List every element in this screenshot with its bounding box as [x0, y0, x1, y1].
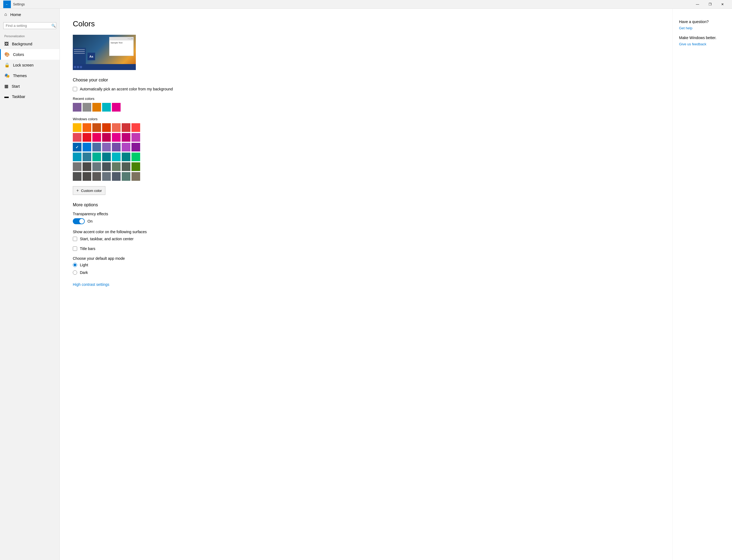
windows-color-swatch[interactable] [102, 133, 111, 142]
sidebar-item-colors[interactable]: 🎨 Colors [0, 49, 59, 60]
radio-dark-row: Dark [73, 270, 659, 275]
give-feedback-link[interactable]: Give us feedback [679, 42, 725, 46]
recent-color-swatch[interactable] [92, 103, 101, 112]
search-box[interactable]: 🔍 [3, 22, 56, 29]
transparency-toggle[interactable] [73, 218, 85, 224]
recent-color-swatch[interactable] [112, 103, 121, 112]
sidebar-item-lock-screen[interactable]: 🔒 Lock screen [0, 60, 59, 70]
preview-window-titlebar: ─ □ ✕ [109, 37, 133, 40]
preview-line [74, 49, 85, 50]
windows-color-swatch[interactable] [122, 143, 130, 151]
auto-color-row: Automatically pick an accent color from … [73, 87, 659, 91]
sidebar-item-themes[interactable]: 🎭 Themes [0, 70, 59, 81]
recent-color-swatch[interactable] [83, 103, 91, 112]
preview-window-controls: ─ □ ✕ [128, 38, 133, 40]
windows-color-swatch[interactable] [102, 172, 111, 181]
windows-color-swatch[interactable] [122, 123, 130, 132]
preview-window-content: Sample Text [109, 40, 133, 45]
recent-color-swatch[interactable] [73, 103, 81, 112]
windows-color-swatch[interactable] [83, 123, 91, 132]
radio-light-label[interactable]: Light [80, 263, 88, 267]
windows-color-swatch[interactable] [92, 162, 101, 171]
windows-color-swatch[interactable] [112, 133, 121, 142]
back-button[interactable]: ← [3, 1, 11, 8]
radio-dark-label[interactable]: Dark [80, 270, 88, 275]
windows-color-swatch[interactable] [73, 143, 81, 151]
windows-color-swatch[interactable] [102, 123, 111, 132]
recent-color-swatch[interactable] [102, 103, 111, 112]
have-question-heading: Have a question? [679, 20, 725, 24]
preview-line2 [74, 51, 85, 52]
preview-sample-text: Sample Text [110, 42, 122, 44]
windows-color-swatch[interactable] [92, 133, 101, 142]
windows-color-swatch[interactable] [122, 153, 130, 161]
radio-dark[interactable] [73, 270, 77, 275]
windows-color-swatch[interactable] [112, 162, 121, 171]
surface-checkbox-2[interactable] [73, 246, 77, 251]
right-sidebar: Have a question? Get help Make Windows b… [672, 9, 732, 560]
restore-button[interactable]: ❐ [704, 0, 716, 9]
windows-color-swatch[interactable] [112, 123, 121, 132]
windows-color-swatch[interactable] [83, 143, 91, 151]
windows-color-swatch[interactable] [131, 143, 140, 151]
windows-color-swatch[interactable] [92, 143, 101, 151]
windows-color-swatch[interactable] [131, 162, 140, 171]
sidebar-item-taskbar[interactable]: ▬ Taskbar [0, 91, 59, 102]
windows-color-swatch[interactable] [83, 133, 91, 142]
windows-color-swatch[interactable] [83, 172, 91, 181]
windows-color-swatch[interactable] [122, 162, 130, 171]
search-input[interactable] [6, 24, 51, 28]
windows-color-swatch[interactable] [131, 172, 140, 181]
windows-color-swatch[interactable] [131, 133, 140, 142]
minimize-button[interactable]: — [691, 0, 704, 9]
windows-color-swatch[interactable] [73, 133, 81, 142]
surface-checkbox-1[interactable] [73, 237, 77, 241]
windows-color-swatch[interactable] [131, 123, 140, 132]
windows-colors-label: Windows colors [73, 117, 659, 121]
windows-color-swatch[interactable] [102, 162, 111, 171]
windows-color-swatch[interactable] [131, 153, 140, 161]
windows-color-swatch[interactable] [73, 153, 81, 161]
preview-tile: Aa [87, 53, 95, 60]
sidebar-label-themes: Themes [13, 74, 27, 78]
windows-color-swatch[interactable] [73, 123, 81, 132]
custom-color-label: Custom color [81, 189, 102, 193]
windows-color-swatch[interactable] [122, 133, 130, 142]
windows-color-swatch[interactable] [122, 172, 130, 181]
auto-color-label[interactable]: Automatically pick an accent color from … [80, 87, 173, 91]
sidebar-label-colors: Colors [13, 52, 24, 57]
home-label: Home [10, 12, 21, 17]
taskbar-dot-3 [80, 66, 82, 68]
background-icon: 🖼 [4, 42, 9, 46]
windows-color-swatch[interactable] [92, 123, 101, 132]
windows-color-swatch[interactable] [92, 153, 101, 161]
radio-light-row: Light [73, 263, 659, 267]
windows-color-swatch[interactable] [83, 162, 91, 171]
windows-color-swatch[interactable] [73, 172, 81, 181]
sidebar-item-home[interactable]: ⌂ Home [0, 9, 59, 20]
preview-start-area [73, 48, 86, 64]
windows-color-swatch[interactable] [92, 172, 101, 181]
windows-color-swatch[interactable] [102, 143, 111, 151]
windows-color-swatch[interactable] [112, 143, 121, 151]
sidebar-item-background[interactable]: 🖼 Background [0, 39, 59, 49]
surface-label-2[interactable]: Title bars [80, 246, 95, 251]
windows-color-swatch[interactable] [73, 162, 81, 171]
close-button[interactable]: ✕ [716, 0, 729, 9]
windows-color-swatch[interactable] [112, 153, 121, 161]
sidebar-label-background: Background [12, 42, 32, 46]
windows-color-swatch[interactable] [83, 153, 91, 161]
main-content: Colors Aa ─ □ ✕ Sample Text [60, 9, 672, 560]
taskbar-dot-1 [74, 66, 76, 68]
radio-light[interactable] [73, 263, 77, 267]
transparency-toggle-row: On [73, 218, 659, 224]
get-help-link[interactable]: Get help [679, 26, 725, 30]
sidebar-item-start[interactable]: ▦ Start [0, 81, 59, 91]
surface-label-1[interactable]: Start, taskbar, and action center [80, 237, 134, 241]
auto-color-checkbox[interactable] [73, 87, 77, 91]
high-contrast-link[interactable]: High contrast settings [73, 282, 109, 287]
choose-color-heading: Choose your color [73, 78, 659, 83]
windows-color-swatch[interactable] [112, 172, 121, 181]
custom-color-button[interactable]: + Custom color [73, 186, 105, 195]
windows-color-swatch[interactable] [102, 153, 111, 161]
